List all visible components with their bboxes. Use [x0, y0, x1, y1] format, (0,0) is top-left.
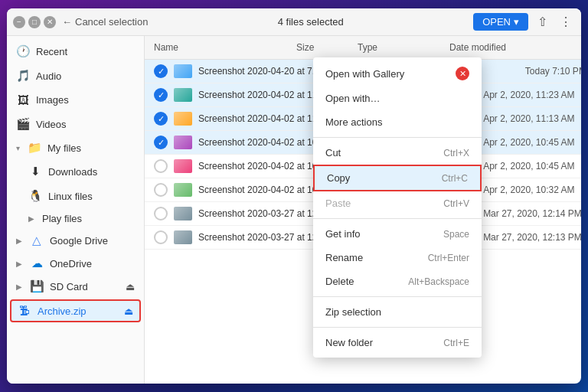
sidebar-item-label: Play files [42, 213, 82, 224]
file-name-cell: ✓ Screenshot 2020-04-02 at 11.23 [154, 88, 330, 102]
new-folder-label: New folder [325, 337, 373, 348]
share-button[interactable]: ⇧ [534, 11, 550, 32]
open-label: OPEN [482, 16, 511, 28]
cut-label: Cut [325, 147, 341, 158]
file-date: Today 7:10 PM [525, 66, 581, 77]
context-menu-rename[interactable]: Rename Ctrl+Enter [313, 246, 482, 270]
context-menu-open-with[interactable]: Open with… [313, 87, 482, 110]
sidebar-item-label: Audio [36, 70, 61, 82]
eject-sd-icon[interactable]: ⏏ [126, 281, 135, 292]
checkbox-checked: ✓ [154, 112, 168, 126]
file-name: Screenshot 2020-04-02 at 10.32 [198, 185, 330, 195]
file-name-cell: Screenshot 2020-03-27 at 12.14 [154, 207, 330, 220]
column-date[interactable]: Date modified [449, 42, 572, 53]
file-thumbnail [174, 88, 192, 102]
sidebar-item-label: Archive.zip [38, 305, 118, 317]
sidebar-item-google-drive[interactable]: ▶ △ Google Drive [7, 229, 144, 252]
delete-shortcut: Alt+Backspace [408, 276, 469, 287]
context-menu-open-gallery[interactable]: Open with Gallery ✕ [313, 60, 482, 87]
table-header: Name Size Type Date modified [145, 36, 581, 60]
file-name: Screenshot 2020-04-02 at 11.13 [198, 113, 330, 124]
sidebar-item-linux-files[interactable]: 🐧 Linux files [7, 184, 144, 208]
file-name-cell: Screenshot 2020-04-02 at 10.45 [154, 159, 330, 173]
file-name: Screenshot 2020-04-02 at 10.45 [198, 161, 330, 172]
cancel-selection-label: Cancel selection [75, 16, 148, 28]
new-folder-shortcut: Ctrl+E [443, 338, 469, 348]
column-type[interactable]: Type [358, 42, 449, 53]
sidebar-item-label: OneDrive [50, 258, 92, 270]
file-name: Screenshot 2020-03-27 at 12.14 [198, 208, 330, 219]
open-with-label: Open with… [325, 93, 381, 104]
audio-icon: 🎵 [16, 69, 30, 83]
file-content-area: Name Size Type Date modified ✓ Screensho… [145, 36, 581, 384]
expand-icon: ▶ [16, 260, 22, 268]
copy-label: Copy [327, 172, 350, 184]
checkbox-unchecked [154, 230, 168, 244]
context-menu-zip[interactable]: Zip selection [313, 300, 482, 324]
archive-icon: 🗜 [18, 305, 31, 317]
cut-shortcut: Ctrl+X [443, 148, 469, 158]
more-menu-button[interactable]: ⋮ [557, 11, 575, 32]
minimize-button[interactable]: − [13, 16, 25, 28]
sidebar-item-archive-zip[interactable]: 🗜 Archive.zip ⏏ [10, 299, 141, 322]
sidebar-item-videos[interactable]: 🎬 Videos [7, 112, 144, 136]
delete-label: Delete [325, 276, 354, 287]
context-menu-copy[interactable]: Copy Ctrl+C [313, 165, 482, 191]
sd-card-icon: 💾 [30, 279, 44, 293]
sidebar-item-play-files[interactable]: ▶ Play files [7, 208, 144, 229]
sidebar-item-downloads[interactable]: ⬇ Downloads [7, 159, 144, 184]
expand-icon: ▶ [28, 214, 34, 223]
onedrive-icon: ☁ [30, 256, 44, 270]
expand-icon: ▾ [16, 144, 20, 152]
sidebar-item-label: My files [47, 142, 81, 154]
sidebar-item-label: Videos [36, 119, 67, 130]
file-manager-window: − □ ✕ ← Cancel selection 4 files selecte… [7, 8, 581, 384]
menu-divider [313, 296, 482, 297]
close-button[interactable]: ✕ [44, 16, 56, 28]
paste-label: Paste [325, 198, 351, 209]
context-menu-new-folder[interactable]: New folder Ctrl+E [313, 331, 482, 354]
context-menu-paste[interactable]: Paste Ctrl+V [313, 191, 482, 215]
open-button[interactable]: OPEN ▾ [473, 13, 528, 31]
title-bar-left: − □ ✕ ← Cancel selection [13, 16, 148, 28]
context-menu: Open with Gallery ✕ Open with… More acti… [313, 57, 482, 358]
menu-divider [313, 218, 482, 219]
main-area: 🕐 Recent 🎵 Audio 🖼 Images 🎬 Videos ▾ 📁 M… [7, 36, 581, 384]
file-date: Apr 2, 2020, 10:45 AM [483, 137, 581, 148]
sidebar-item-images[interactable]: 🖼 Images [7, 88, 144, 112]
context-menu-more-actions[interactable]: More actions [313, 110, 482, 134]
context-menu-get-info[interactable]: Get info Space [313, 222, 482, 246]
file-name-cell: Screenshot 2020-03-27 at 12.13 [154, 230, 330, 244]
sidebar-item-sd-card[interactable]: ▶ 💾 SD Card ⏏ [7, 275, 144, 298]
column-size[interactable]: Size [296, 42, 358, 53]
checkbox-unchecked [154, 183, 168, 197]
eject-archive-icon[interactable]: ⏏ [124, 305, 133, 317]
column-name[interactable]: Name [154, 42, 296, 53]
menu-divider [313, 137, 482, 138]
back-arrow-icon: ← [62, 16, 72, 28]
context-menu-delete[interactable]: Delete Alt+Backspace [313, 270, 482, 293]
recent-icon: 🕐 [16, 44, 30, 58]
file-thumbnail [174, 207, 192, 220]
downloads-icon: ⬇ [28, 165, 42, 178]
sidebar-item-recent[interactable]: 🕐 Recent [7, 39, 144, 64]
maximize-button[interactable]: □ [28, 16, 41, 28]
sidebar-item-audio[interactable]: 🎵 Audio [7, 64, 144, 88]
expand-icon: ▶ [16, 283, 22, 291]
file-date: Apr 2, 2020, 10:32 AM [483, 185, 581, 195]
rename-label: Rename [325, 252, 363, 263]
menu-divider [313, 327, 482, 328]
linux-icon: 🐧 [28, 189, 42, 203]
file-thumbnail [174, 64, 192, 78]
file-thumbnail [174, 159, 192, 173]
images-icon: 🖼 [16, 93, 30, 106]
file-date: Apr 2, 2020, 11:23 AM [483, 90, 581, 100]
sidebar-item-label: Linux files [48, 191, 93, 202]
title-bar-right: OPEN ▾ ⇧ ⋮ [473, 11, 575, 32]
checkbox-unchecked [154, 207, 168, 220]
cancel-selection-button[interactable]: ← Cancel selection [62, 16, 148, 28]
file-name-cell: ✓ Screenshot 2020-04-02 at 11.13 [154, 112, 330, 126]
sidebar-item-my-files[interactable]: ▾ 📁 My files [7, 136, 144, 159]
context-menu-cut[interactable]: Cut Ctrl+X [313, 141, 482, 165]
sidebar-item-onedrive[interactable]: ▶ ☁ OneDrive [7, 252, 144, 275]
